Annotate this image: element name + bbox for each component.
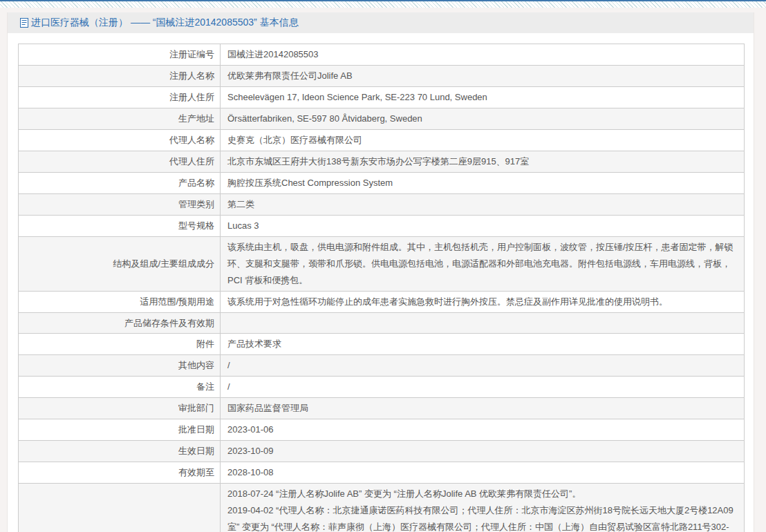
content-panel: 进口医疗器械（注册） —— “国械注进20142085503” 基本信息 注册证…	[7, 12, 754, 532]
row-label: 注册人名称	[19, 66, 221, 87]
row-label: 附件	[19, 334, 221, 355]
table-row: 产品名称 胸腔按压系统Chest Compression System	[19, 173, 745, 194]
table-row: 批准日期 2023-01-06	[19, 419, 745, 441]
row-value: 北京市东城区王府井大街138号新东安市场办公写字楼第二座9层915、917室	[221, 151, 745, 173]
page-header: 进口医疗器械（注册） —— “国械注进20142085503” 基本信息	[8, 12, 754, 33]
table-row: 2018-07-24 “注册人名称Jolife AB” 变更为 “注册人名称Jo…	[19, 484, 745, 532]
table-row: 生效日期 2023-10-09	[19, 441, 745, 462]
row-value: 史赛克（北京）医疗器械有限公司	[221, 130, 745, 151]
table-row: 其他内容 /	[19, 355, 745, 377]
table-row: 审批部门 国家药品监督管理局	[19, 398, 745, 419]
row-label: 产品名称	[19, 173, 221, 194]
row-label: 注册证编号	[19, 44, 221, 66]
row-label: 备注	[19, 377, 221, 398]
row-value: /	[221, 355, 745, 377]
table-row: 生产地址 Örsätterfabriken, SE-597 80 Åtvidab…	[19, 108, 745, 130]
table-row: 备注 /	[19, 377, 745, 398]
row-value	[221, 313, 745, 334]
row-value: 产品技术要求	[221, 334, 745, 355]
row-label: 有效期至	[19, 462, 221, 484]
row-value: 第二类	[221, 194, 745, 216]
row-value: Örsätterfabriken, SE-597 80 Åtvidaberg, …	[221, 108, 745, 130]
row-value: 该系统由主机，吸盘，供电电源和附件组成。其中，主机包括机壳，用户控制面板，波纹管…	[221, 237, 745, 292]
table-row: 代理人名称 史赛克（北京）医疗器械有限公司	[19, 130, 745, 151]
row-label: 代理人名称	[19, 130, 221, 151]
registration-info-table: 注册证编号 国械注进20142085503 注册人名称 优欧莱弗有限责任公司Jo…	[18, 44, 745, 532]
row-label: 适用范围/预期用途	[19, 292, 221, 313]
row-label: 型号规格	[19, 216, 221, 237]
info-table-body: 注册证编号 国械注进20142085503 注册人名称 优欧莱弗有限责任公司Jo…	[19, 44, 745, 532]
row-label: 注册人住所	[19, 87, 221, 108]
row-value: 胸腔按压系统Chest Compression System	[221, 173, 745, 194]
row-value: 2023-10-09	[221, 441, 745, 462]
row-value: 2018-07-24 “注册人名称Jolife AB” 变更为 “注册人名称Jo…	[221, 484, 745, 532]
table-row: 附件 产品技术要求	[19, 334, 745, 355]
table-row: 注册人名称 优欧莱弗有限责任公司Jolife AB	[19, 66, 745, 87]
row-label: 生产地址	[19, 108, 221, 130]
row-label: 管理类别	[19, 194, 221, 216]
row-label: 产品储存条件及有效期	[19, 313, 221, 334]
table-row: 注册人住所 Scheelevägen 17, Ideon Science Par…	[19, 87, 745, 108]
document-icon	[20, 18, 28, 28]
row-label: 结构及组成/主要组成成分	[19, 237, 221, 292]
row-value: 该系统用于对急性循环功能停止的成年患者实施急救时进行胸外按压。禁忌症及副作用详见…	[221, 292, 745, 313]
table-row: 管理类别 第二类	[19, 194, 745, 216]
row-label: 生效日期	[19, 441, 221, 462]
table-row: 有效期至 2028-10-08	[19, 462, 745, 484]
table-row: 结构及组成/主要组成成分 该系统由主机，吸盘，供电电源和附件组成。其中，主机包括…	[19, 237, 745, 292]
top-stripe-band	[0, 0, 766, 8]
row-value: Lucas 3	[221, 216, 745, 237]
row-value: 2023-01-06	[221, 419, 745, 441]
page-title: 进口医疗器械（注册） —— “国械注进20142085503” 基本信息	[31, 17, 299, 29]
row-value: 优欧莱弗有限责任公司Jolife AB	[221, 66, 745, 87]
table-row: 注册证编号 国械注进20142085503	[19, 44, 745, 66]
row-value: /	[221, 377, 745, 398]
table-row: 产品储存条件及有效期	[19, 313, 745, 334]
table-row: 代理人住所 北京市东城区王府井大街138号新东安市场办公写字楼第二座9层915、…	[19, 151, 745, 173]
row-value: Scheelevägen 17, Ideon Science Park, SE-…	[221, 87, 745, 108]
row-label: 其他内容	[19, 355, 221, 377]
row-label: 审批部门	[19, 398, 221, 419]
table-row: 适用范围/预期用途 该系统用于对急性循环功能停止的成年患者实施急救时进行胸外按压…	[19, 292, 745, 313]
row-value: 2028-10-08	[221, 462, 745, 484]
row-label: 批准日期	[19, 419, 221, 441]
table-row: 型号规格 Lucas 3	[19, 216, 745, 237]
row-value: 国家药品监督管理局	[221, 398, 745, 419]
row-label	[19, 484, 221, 532]
row-label: 代理人住所	[19, 151, 221, 173]
row-value: 国械注进20142085503	[221, 44, 745, 66]
